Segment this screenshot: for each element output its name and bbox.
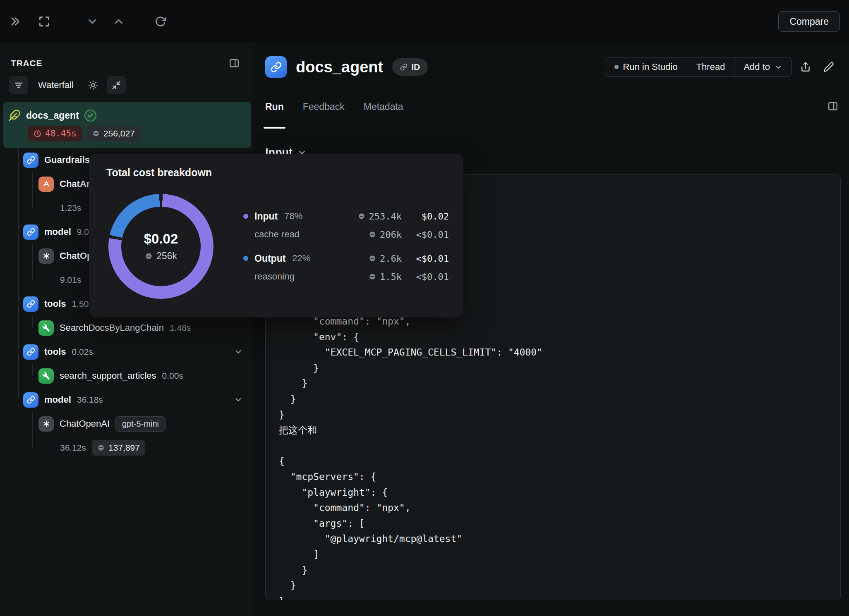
clock-icon xyxy=(34,130,41,138)
page-title: docs_agent xyxy=(296,58,383,76)
tab-feedback[interactable]: Feedback xyxy=(303,101,345,128)
chevron-down-icon[interactable] xyxy=(83,12,102,31)
legend-row-input: Input 78% 253.4k $0.02 xyxy=(243,207,449,225)
legend-row-reasoning: reasoning 1.5k <$0.01 xyxy=(243,267,449,286)
token-icon xyxy=(145,252,153,260)
expand-icon[interactable] xyxy=(6,12,25,31)
tokens-badge: 256,027 xyxy=(87,126,140,141)
token-icon xyxy=(358,212,365,220)
chain-icon xyxy=(265,56,287,78)
output-dot xyxy=(243,256,248,261)
add-to-button[interactable]: Add to xyxy=(734,57,791,76)
token-icon xyxy=(92,130,100,137)
chevron-down-icon[interactable] xyxy=(234,347,243,356)
trace-sidebar: TRACE Waterfall docs_agent xyxy=(0,44,252,616)
action-button-group: Run in Studio Thread Add to xyxy=(605,57,792,77)
trace-row-model[interactable]: model 36.18s xyxy=(0,388,252,412)
trace-row-tools[interactable]: tools 0.02s xyxy=(0,340,252,364)
run-tabs: Run Feedback Metadata xyxy=(253,101,849,128)
trace-controls: Waterfall xyxy=(0,76,252,94)
trace-row-chatopenai[interactable]: ChatOpenAI gpt-5-mini xyxy=(0,412,252,436)
total-cost: $0.02 xyxy=(144,231,178,247)
panel-icon[interactable] xyxy=(827,101,838,112)
trace-row-searchdocs[interactable]: SearchDocsByLangChain 1.48s xyxy=(0,316,252,340)
status-dot xyxy=(614,65,619,69)
trace-header: TRACE xyxy=(0,44,252,69)
chain-icon xyxy=(23,392,38,408)
trace-title: TRACE xyxy=(11,58,42,68)
token-icon xyxy=(369,255,376,262)
model-name-badge: gpt-5-mini xyxy=(115,416,165,432)
chain-icon xyxy=(23,344,38,360)
wrench-icon xyxy=(38,368,54,384)
waterfall-select[interactable]: Waterfall xyxy=(32,76,79,94)
trace-root-name: docs_agent xyxy=(26,110,79,121)
id-badge[interactable]: ID xyxy=(392,58,428,76)
chevron-down-icon xyxy=(775,63,782,71)
total-tokens: 256k xyxy=(145,251,177,262)
trace-row-meta[interactable]: 36.12s 137,897 xyxy=(0,436,252,460)
cost-breakdown-tooltip: Total cost breakdown $0.02 256k Input 78… xyxy=(90,154,462,317)
top-toolbar: Compare xyxy=(0,0,849,43)
success-check-icon xyxy=(84,110,96,122)
refresh-icon[interactable] xyxy=(151,12,170,31)
gear-icon[interactable] xyxy=(84,76,103,94)
run-detail-panel: docs_agent ID Run in Studio Thread Add t… xyxy=(253,44,849,616)
anthropic-icon xyxy=(38,177,54,192)
share-icon[interactable] xyxy=(796,57,815,76)
trace-row-searchsupport[interactable]: search_support_articles 0.00s xyxy=(0,364,252,388)
fullscreen-icon[interactable] xyxy=(35,12,54,31)
wrench-icon xyxy=(38,320,54,336)
openai-icon xyxy=(38,416,54,432)
feather-icon xyxy=(8,109,21,122)
run-in-studio-button[interactable]: Run in Studio xyxy=(605,57,687,76)
panel-icon[interactable] xyxy=(229,58,240,69)
chain-icon xyxy=(400,63,408,71)
chain-icon xyxy=(23,153,38,168)
legend-row-cache-read: cache read 206k <$0.01 xyxy=(243,225,449,244)
token-icon xyxy=(369,231,376,238)
header-actions: Run in Studio Thread Add to xyxy=(605,57,838,77)
tab-metadata[interactable]: Metadata xyxy=(364,101,403,128)
chain-icon xyxy=(23,296,38,312)
filter-icon[interactable] xyxy=(9,76,28,94)
tooltip-title: Total cost breakdown xyxy=(106,167,462,179)
compare-button[interactable]: Compare xyxy=(778,11,840,32)
thread-button[interactable]: Thread xyxy=(687,57,734,76)
run-header: docs_agent ID Run in Studio Thread Add t… xyxy=(265,56,838,78)
chevron-down-icon[interactable] xyxy=(234,395,243,404)
json-content: "command": "npx", "env": { "EXCEL_MCP_PA… xyxy=(266,314,840,600)
chain-icon xyxy=(23,224,38,240)
collapse-icon[interactable] xyxy=(107,76,126,94)
token-icon xyxy=(97,444,105,451)
chevron-up-icon[interactable] xyxy=(109,12,128,31)
openai-icon xyxy=(38,248,54,264)
input-dot xyxy=(243,214,248,219)
tab-run[interactable]: Run xyxy=(265,101,284,128)
edit-icon[interactable] xyxy=(819,57,838,76)
trace-root-row[interactable]: docs_agent 48.45s 256,027 xyxy=(3,102,251,148)
donut-center: $0.02 256k xyxy=(108,194,213,299)
token-icon xyxy=(369,273,376,280)
cost-legend: Input 78% 253.4k $0.02 cache read 206k <… xyxy=(243,207,449,286)
tokens-badge: 137,897 xyxy=(92,440,145,456)
duration-badge: 48.45s xyxy=(28,126,82,141)
legend-row-output: Output 22% 2.6k <$0.01 xyxy=(243,249,449,267)
